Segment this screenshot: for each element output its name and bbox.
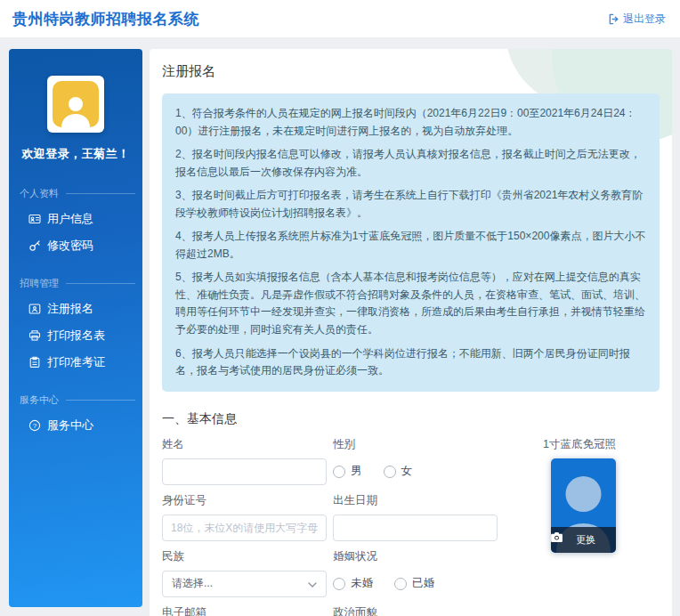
gender-radio-female[interactable]: 女 bbox=[384, 464, 413, 479]
notice-paragraph: 1、符合报考条件的人员在规定的网上报名时间段内（2021年6月22日9：00至2… bbox=[175, 105, 646, 140]
gender-radio-group: 男 女 bbox=[333, 458, 498, 485]
welcome-text: 欢迎登录，王菊兰！ bbox=[9, 146, 142, 162]
photo-change-label: 更换 bbox=[576, 533, 595, 547]
logout-label: 退出登录 bbox=[623, 12, 666, 27]
avatar-card bbox=[47, 76, 104, 133]
notice-paragraph: 6、报考人员只能选择一个设岗县的一个学科岗位进行报名；不能用新、旧两个居民身份证… bbox=[175, 345, 646, 380]
radio-label: 已婚 bbox=[412, 576, 434, 591]
photo-label: 1寸蓝底免冠照 bbox=[543, 437, 641, 452]
sidebar-section-title: 个人资料 bbox=[9, 187, 142, 200]
notice-paragraph: 4、报考人员上传报名系统照片标准为1寸蓝底免冠照，图片质量不低于150×200像… bbox=[175, 228, 646, 263]
help-icon: ? bbox=[28, 419, 41, 432]
app-header: 贵州特岗教师招聘报名系统 退出登录 bbox=[0, 0, 680, 37]
gender-label: 性别 bbox=[333, 437, 498, 452]
radio-label: 男 bbox=[351, 464, 362, 479]
photo-upload-block: 1寸蓝底免冠照 bbox=[543, 429, 641, 553]
notice-paragraph: 5、报考人员如实填报报名信息（含本人基本信息和报考岗位信息等），应对在网上提交信… bbox=[175, 269, 646, 338]
sidebar-nav: 个人资料 用户信息 bbox=[9, 187, 142, 439]
sidebar-section-title: 招聘管理 bbox=[9, 277, 142, 290]
page-title: 注册报名 bbox=[162, 63, 660, 80]
sidebar-section-recruit: 招聘管理 注册报名 bbox=[9, 277, 142, 376]
logout-icon bbox=[608, 13, 619, 25]
main-panel: 注册报名 1、符合报考条件的人员在规定的网上报名时间段内（2021年6月22日9… bbox=[150, 49, 672, 616]
sidebar-section-profile: 个人资料 用户信息 bbox=[9, 187, 142, 259]
form-section-title: 一、基本信息 bbox=[162, 411, 660, 427]
sidebar-item-label: 打印报名表 bbox=[47, 328, 105, 344]
user-icon bbox=[56, 92, 95, 127]
sidebar-item-label: 修改密码 bbox=[47, 238, 93, 254]
section-divider bbox=[66, 193, 135, 194]
photo-preview: 更换 bbox=[551, 458, 616, 553]
email-label: 电子邮箱 bbox=[162, 605, 327, 616]
id-card-icon bbox=[28, 213, 41, 225]
sidebar: 欢迎登录，王菊兰！ 个人资料 用户信息 bbox=[9, 49, 142, 607]
sidebar-item-user-info[interactable]: 用户信息 bbox=[9, 206, 142, 232]
basic-info-form: 姓名 性别 男 女 bbox=[162, 429, 660, 616]
name-input[interactable] bbox=[162, 458, 327, 485]
logout-link[interactable]: 退出登录 bbox=[608, 12, 666, 27]
sidebar-section-title: 服务中心 bbox=[9, 393, 142, 407]
sidebar-item-print-ticket[interactable]: 打印准考证 bbox=[9, 349, 142, 376]
printer-icon bbox=[28, 329, 41, 342]
sidebar-item-label: 用户信息 bbox=[47, 211, 93, 227]
name-label: 姓名 bbox=[162, 437, 327, 452]
sidebar-section-service: 服务中心 ? 服务中心 bbox=[9, 393, 142, 439]
page-layout: 欢迎登录，王菊兰！ 个人资料 用户信息 bbox=[0, 37, 680, 616]
birth-date-field-group: 出生日期 bbox=[333, 485, 498, 541]
political-label: 政治面貌 bbox=[333, 605, 498, 616]
sidebar-item-print-form[interactable]: 打印报名表 bbox=[9, 322, 142, 349]
marital-radio-married[interactable]: 已婚 bbox=[394, 576, 434, 591]
birth-date-input[interactable] bbox=[333, 515, 498, 541]
register-icon bbox=[28, 303, 41, 315]
radio-icon bbox=[384, 466, 396, 478]
section-divider bbox=[66, 283, 135, 284]
radio-label: 未婚 bbox=[351, 576, 373, 591]
id-number-input[interactable] bbox=[162, 515, 327, 541]
sidebar-item-register[interactable]: 注册报名 bbox=[9, 296, 142, 322]
radio-icon bbox=[333, 466, 345, 478]
marital-field-group: 婚姻状况 未婚 已婚 bbox=[333, 541, 498, 597]
radio-label: 女 bbox=[401, 464, 413, 479]
ethnicity-field-group: 民族 请选择... bbox=[162, 541, 327, 597]
sidebar-item-label: 打印准考证 bbox=[47, 354, 105, 370]
radio-icon bbox=[333, 578, 345, 590]
avatar bbox=[53, 81, 99, 127]
id-number-field-group: 身份证号 bbox=[162, 485, 327, 541]
section-label: 招聘管理 bbox=[20, 277, 59, 290]
notice-paragraph: 2、报名时间段内报名信息可以修改，请报考人员认真核对报名信息，报名截止时间之后无… bbox=[175, 146, 646, 181]
id-number-label: 身份证号 bbox=[162, 493, 327, 508]
section-label: 个人资料 bbox=[20, 187, 59, 200]
ethnicity-select[interactable]: 请选择... bbox=[162, 571, 327, 597]
sidebar-item-label: 注册报名 bbox=[47, 301, 93, 317]
email-field-group: 电子邮箱 bbox=[162, 597, 327, 616]
sidebar-item-change-password[interactable]: 修改密码 bbox=[9, 232, 142, 259]
name-field-group: 姓名 bbox=[162, 429, 327, 485]
sidebar-item-label: 服务中心 bbox=[47, 417, 93, 434]
notice-box: 1、符合报考条件的人员在规定的网上报名时间段内（2021年6月22日9：00至2… bbox=[162, 93, 660, 392]
marital-radio-single[interactable]: 未婚 bbox=[333, 576, 373, 591]
section-divider bbox=[66, 400, 135, 401]
sidebar-item-service-center[interactable]: ? 服务中心 bbox=[9, 412, 142, 439]
badge-icon bbox=[28, 356, 41, 369]
gender-field-group: 性别 男 女 bbox=[333, 429, 498, 485]
notice-paragraph: 3、报名时间截止后方可打印报名表，请考生在系统上自行下载打印《贵州省2021年农… bbox=[175, 187, 646, 222]
chevron-down-icon bbox=[308, 578, 317, 590]
radio-icon bbox=[394, 578, 407, 590]
birth-date-label: 出生日期 bbox=[333, 493, 498, 508]
select-value: 请选择... bbox=[172, 576, 213, 591]
app-title: 贵州特岗教师招聘报名系统 bbox=[12, 9, 199, 29]
photo-change-button[interactable]: 更换 bbox=[551, 527, 616, 553]
marital-label: 婚姻状况 bbox=[333, 549, 498, 564]
section-label: 服务中心 bbox=[20, 393, 59, 407]
gender-radio-male[interactable]: 男 bbox=[333, 464, 362, 479]
marital-radio-group: 未婚 已婚 bbox=[333, 571, 498, 597]
ethnicity-label: 民族 bbox=[162, 549, 327, 564]
key-icon bbox=[28, 239, 41, 252]
svg-text:?: ? bbox=[33, 422, 37, 430]
political-field-group: 政治面貌 请选择... bbox=[333, 597, 498, 616]
